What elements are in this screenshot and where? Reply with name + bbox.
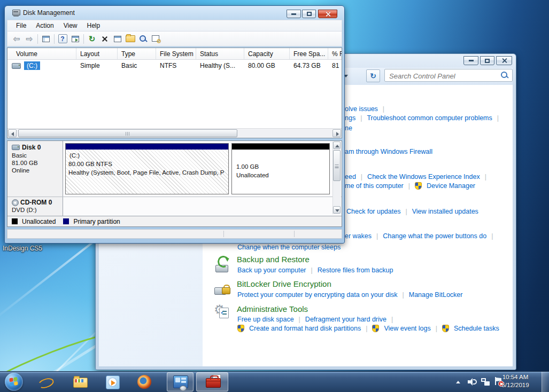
column-header-type[interactable]: Type <box>118 48 156 60</box>
taskbar-explorer-icon[interactable] <box>73 374 88 389</box>
partition-c-box[interactable]: (C:) 80.00 GB NTFS Healthy (System, Boot… <box>65 143 229 194</box>
separator: | <box>405 208 407 215</box>
show-console-tree-button[interactable] <box>41 34 51 44</box>
dm-status-bar <box>7 229 342 239</box>
forward-button[interactable]: ⇨ <box>25 34 34 44</box>
column-header-capacity[interactable]: Capacity <box>244 48 290 60</box>
properties-button[interactable] <box>113 34 122 44</box>
dm-minimize-button[interactable] <box>287 10 301 18</box>
link-view-installed-updates[interactable]: View installed updates <box>412 208 478 215</box>
link-change-power-buttons[interactable]: Change what the power buttons do <box>383 232 486 240</box>
link-check-experience-index[interactable]: Check the Windows Experience Index <box>367 173 480 181</box>
cdrom-label[interactable]: CD-ROM 0 DVD (D:) <box>7 197 63 216</box>
clock-time: 10:54 AM <box>496 373 535 381</box>
section-title-admin-tools[interactable]: Administrative Tools <box>237 304 308 313</box>
search-input[interactable] <box>388 70 492 81</box>
separator: | <box>485 173 486 181</box>
taskbar-media-player-icon[interactable] <box>105 374 120 389</box>
taskbar-internet-explorer-icon[interactable] <box>38 374 53 389</box>
link-fragment[interactable]: olve issues <box>345 105 378 113</box>
link-fragment[interactable]: me of this computer <box>345 182 404 190</box>
column-header-file-system[interactable]: File System <box>156 48 196 60</box>
vertical-scrollbar[interactable] <box>333 142 341 214</box>
uac-shield-icon <box>415 182 422 190</box>
link-restore-files[interactable]: Restore files from backup <box>318 266 393 274</box>
scroll-left-button[interactable] <box>8 129 17 137</box>
horizontal-scrollbar[interactable] <box>7 128 342 138</box>
scrollbar-thumb[interactable] <box>18 129 237 137</box>
link-fragment[interactable]: eed <box>345 173 356 181</box>
dm-maximize-button[interactable] <box>302 10 316 18</box>
link-back-up-computer[interactable]: Back up your computer <box>237 266 306 274</box>
network-icon[interactable] <box>481 378 490 386</box>
delete-button[interactable] <box>100 34 110 44</box>
link-protect-encrypting[interactable]: Protect your computer by encrypting data… <box>237 291 397 299</box>
link-check-for-updates[interactable]: Check for updates <box>346 208 400 215</box>
volume-icon[interactable] <box>468 378 476 386</box>
menu-file[interactable]: File <box>12 21 30 30</box>
cp-maximize-button[interactable] <box>480 56 494 65</box>
menu-view[interactable]: View <box>59 21 82 30</box>
link-device-manager[interactable]: Device Manager <box>427 182 475 190</box>
ie-ring <box>37 377 55 390</box>
unallocated-box[interactable]: 1.00 GB Unallocated <box>231 143 330 194</box>
link-troubleshoot-problems[interactable]: Troubleshoot common computer problems <box>367 114 492 122</box>
link-fragment[interactable]: ngs <box>345 114 355 122</box>
separator: | <box>376 232 378 240</box>
dm-close-button[interactable] <box>318 10 337 18</box>
link-allow-program-firewall[interactable]: am through Windows Firewall <box>345 148 432 155</box>
partition-c-body: (C:) 80.00 GB NTFS Healthy (System, Boot… <box>66 150 228 194</box>
search-icon[interactable] <box>501 72 508 79</box>
link-change-computer-sleeps[interactable]: Change when the computer sleeps <box>237 244 341 251</box>
back-button[interactable]: ⇦ <box>12 34 21 44</box>
taskbar: 10:54 AM 5/12/2019 <box>0 371 549 392</box>
scrollbar-thumb[interactable] <box>333 150 341 181</box>
find-button[interactable] <box>138 34 148 44</box>
menu-help[interactable]: Help <box>83 21 105 30</box>
section-title-bitlocker[interactable]: BitLocker Drive Encryption <box>237 279 331 288</box>
help-button[interactable] <box>58 34 67 44</box>
open-button[interactable] <box>126 34 135 44</box>
column-header-layout[interactable]: Layout <box>76 48 118 60</box>
taskbar-firefox-icon[interactable] <box>137 374 152 389</box>
link-create-format-partitions[interactable]: Create and format hard disk partitions <box>249 325 361 332</box>
start-button[interactable] <box>5 373 23 391</box>
link-manage-bitlocker[interactable]: Manage BitLocker <box>409 291 463 299</box>
taskbar-button-control-panel[interactable] <box>167 372 194 391</box>
taskbar-clock[interactable]: 10:54 AM 5/12/2019 <box>496 373 535 389</box>
column-header-free-space[interactable]: Free Spa... <box>290 48 328 60</box>
cp-minimize-button[interactable] <box>463 56 478 65</box>
legend-primary-label: Primary partition <box>73 218 120 225</box>
legend-unallocated-label: Unallocated <box>22 218 56 225</box>
link-free-up-disk-space[interactable]: Free up disk space <box>237 316 294 323</box>
dm-titlebar[interactable]: Disk Management <box>5 6 344 20</box>
toolbar-separator <box>83 34 84 44</box>
unallocated-body: 1.00 GB Unallocated <box>232 150 329 194</box>
scroll-right-button[interactable] <box>333 129 341 137</box>
separator: | <box>491 232 493 240</box>
cp-close-button[interactable] <box>496 56 512 65</box>
cp-refresh-button[interactable] <box>366 69 380 82</box>
show-hidden-icons-button[interactable] <box>456 381 460 383</box>
column-header-percent-free[interactable]: % F <box>328 48 342 60</box>
desktop-shortcut-indesign[interactable]: InDesign CS5 <box>3 245 42 252</box>
volume-row-c[interactable]: (C:) <box>7 61 81 70</box>
link-fragment[interactable]: er wakes <box>345 232 372 240</box>
show-action-pane-button[interactable] <box>71 34 80 44</box>
link-fragment[interactable]: ne <box>345 124 352 132</box>
link-view-event-logs[interactable]: View event logs <box>384 325 430 332</box>
scroll-up-button[interactable] <box>333 142 341 149</box>
menu-action[interactable]: Action <box>32 21 58 30</box>
link-defragment-drive[interactable]: Defragment your hard drive <box>305 316 386 323</box>
column-header-volume[interactable]: Volume <box>7 48 76 60</box>
column-header-status[interactable]: Status <box>196 48 244 60</box>
link-schedule-tasks[interactable]: Schedule tasks <box>454 325 499 332</box>
volume-name: (C:) <box>24 61 40 70</box>
disk0-label[interactable]: Disk 0 Basic 81.00 GB Online <box>7 141 63 197</box>
settings-button[interactable] <box>151 34 161 44</box>
refresh-button[interactable] <box>87 34 97 44</box>
show-desktop-button[interactable] <box>542 372 549 392</box>
section-title-backup-restore[interactable]: Backup and Restore <box>237 255 310 264</box>
taskbar-button-disk-management[interactable] <box>196 372 228 391</box>
scroll-down-button[interactable] <box>333 206 341 214</box>
